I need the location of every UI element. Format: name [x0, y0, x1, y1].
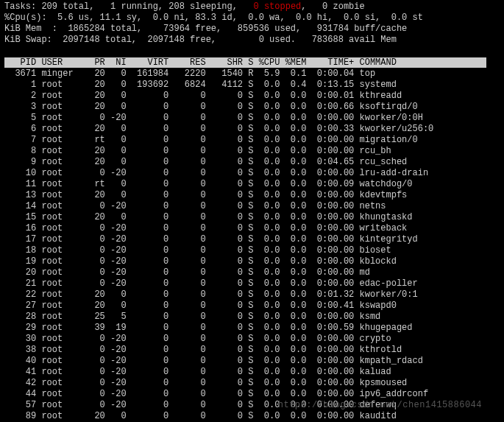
process-row[interactable]: 38 root 0 -20 0 0 0 S 0.0 0.0 0:00.00 kt… — [4, 345, 500, 356]
process-row[interactable]: 11 root rt 0 0 0 0 S 0.0 0.0 0:00.09 wat… — [4, 179, 500, 190]
process-row[interactable]: 42 root 0 -20 0 0 0 S 0.0 0.0 0:00.00 kp… — [4, 378, 500, 389]
process-row[interactable]: 13 root 20 0 0 0 0 S 0.0 0.0 0:00.00 kde… — [4, 190, 500, 201]
process-row[interactable]: 3671 minger 20 0 161984 2220 1540 R 5.9 … — [4, 68, 500, 80]
process-row[interactable]: 22 root 20 0 0 0 0 S 0.0 0.0 0:01.32 kwo… — [4, 289, 500, 300]
process-row[interactable]: 3 root 20 0 0 0 0 S 0.0 0.0 0:00.66 ksof… — [4, 102, 500, 113]
process-row[interactable]: 6 root 20 0 0 0 0 S 0.0 0.0 0:00.33 kwor… — [4, 124, 500, 135]
process-row[interactable]: 17 root 0 -20 0 0 0 S 0.0 0.0 0:00.00 ki… — [4, 234, 500, 245]
swap-line: KiB Swap: 2097148 total, 2097148 free, 0… — [4, 35, 500, 46]
process-row[interactable]: 28 root 25 5 0 0 0 S 0.0 0.0 0:00.00 ksm… — [4, 312, 500, 323]
process-row[interactable]: 2 root 20 0 0 0 0 S 0.0 0.0 0:00.01 kthr… — [4, 91, 500, 102]
mem-line: KiB Mem : 1865284 total, 73964 free, 859… — [4, 24, 500, 35]
process-row[interactable]: 20 root 0 -20 0 0 0 S 0.0 0.0 0:00.00 md — [4, 267, 500, 278]
summary-area: Tasks: 209 total, 1 running, 208 sleepin… — [4, 1, 500, 46]
process-table-body[interactable]: 3671 minger 20 0 161984 2220 1540 R 5.9 … — [4, 68, 500, 422]
process-row[interactable]: 18 root 0 -20 0 0 0 S 0.0 0.0 0:00.00 bi… — [4, 245, 500, 256]
process-row[interactable]: 10 root 0 -20 0 0 0 S 0.0 0.0 0:00.00 lr… — [4, 168, 500, 179]
process-row[interactable]: 19 root 0 -20 0 0 0 S 0.0 0.0 0:00.00 kb… — [4, 256, 500, 267]
process-row[interactable]: 14 root 0 -20 0 0 0 S 0.0 0.0 0:00.00 ne… — [4, 201, 500, 212]
tasks-line: Tasks: 209 total, 1 running, 208 sleepin… — [4, 1, 500, 13]
process-row[interactable]: 89 root 20 0 0 0 0 S 0.0 0.0 0:00.00 kau… — [4, 411, 500, 422]
process-row[interactable]: 57 root 0 -20 0 0 0 S 0.0 0.0 0:00.00 de… — [4, 400, 500, 411]
process-table-header[interactable]: PID USER PR NI VIRT RES SHR S %CPU %MEM … — [4, 57, 500, 68]
process-row[interactable]: 7 root rt 0 0 0 0 S 0.0 0.0 0:00.00 migr… — [4, 135, 500, 146]
process-row[interactable]: 41 root 0 -20 0 0 0 S 0.0 0.0 0:00.00 ka… — [4, 367, 500, 378]
process-row[interactable]: 16 root 0 -20 0 0 0 S 0.0 0.0 0:00.00 wr… — [4, 223, 500, 234]
process-row[interactable]: 21 root 0 -20 0 0 0 S 0.0 0.0 0:00.00 ed… — [4, 278, 500, 289]
process-row[interactable]: 9 root 20 0 0 0 0 S 0.0 0.0 0:04.65 rcu_… — [4, 157, 500, 168]
process-row[interactable]: 44 root 0 -20 0 0 0 S 0.0 0.0 0:00.00 ip… — [4, 389, 500, 400]
cpu-line: %Cpu(s): 5.6 us, 11.1 sy, 0.0 ni, 83.3 i… — [4, 13, 500, 24]
process-row[interactable]: 30 root 0 -20 0 0 0 S 0.0 0.0 0:00.00 cr… — [4, 334, 500, 345]
process-row[interactable]: 15 root 20 0 0 0 0 S 0.0 0.0 0:00.00 khu… — [4, 212, 500, 223]
process-row[interactable]: 8 root 20 0 0 0 0 S 0.0 0.0 0:00.00 rcu_… — [4, 146, 500, 157]
process-row[interactable]: 29 root 39 19 0 0 0 S 0.0 0.0 0:00.59 kh… — [4, 323, 500, 334]
process-row[interactable]: 40 root 0 -20 0 0 0 S 0.0 0.0 0:00.00 km… — [4, 356, 500, 367]
process-row[interactable]: 1 root 20 0 193692 6824 4112 S 0.0 0.4 0… — [4, 80, 500, 91]
process-row[interactable]: 5 root 0 -20 0 0 0 S 0.0 0.0 0:00.00 kwo… — [4, 113, 500, 124]
process-row[interactable]: 27 root 20 0 0 0 0 S 0.0 0.0 0:00.41 ksw… — [4, 300, 500, 312]
